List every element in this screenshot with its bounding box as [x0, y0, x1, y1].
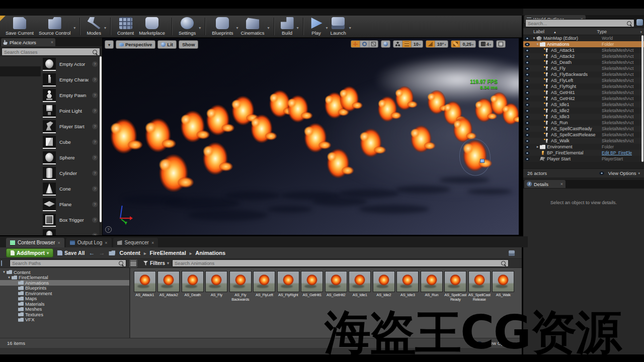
launch-button[interactable]: Launch — [328, 17, 349, 36]
visibility-eye-icon[interactable] — [525, 115, 530, 119]
chevron-down-icon[interactable]: ▾ — [297, 26, 299, 30]
category-tab[interactable] — [0, 86, 41, 97]
expand-caret-icon[interactable] — [7, 276, 11, 280]
help-icon[interactable] — [92, 93, 98, 98]
rotate-tool-button[interactable] — [360, 41, 369, 47]
outliner-row[interactable]: AS_FlyLeft SkeletalMeshAct — [523, 77, 644, 83]
visibility-eye-icon[interactable] — [525, 127, 530, 131]
placeable-actor-item[interactable] — [41, 228, 99, 235]
tree-folder-row[interactable]: Environment — [0, 291, 129, 296]
visibility-eye-icon[interactable] — [525, 103, 530, 107]
asset-tile[interactable]: AS_Idle1 — [348, 271, 372, 298]
outliner-row[interactable]: AS_FlyRight SkeletalMeshAct — [523, 83, 644, 89]
tree-folder-row[interactable]: Meshes — [0, 307, 129, 312]
visibility-eye-icon[interactable] — [525, 73, 530, 76]
placeable-actor-item[interactable]: Empty Pawn — [41, 87, 99, 103]
outliner-row[interactable]: AS_SpellCastReady SkeletalMeshAct — [523, 126, 644, 132]
visibility-eye-icon[interactable] — [525, 79, 530, 82]
asset-tile[interactable]: AS_FlyRight — [276, 271, 300, 298]
category-tab[interactable] — [0, 76, 41, 86]
asset-tile[interactable]: AS_Idle3 — [396, 271, 420, 298]
perspective-button[interactable]: Perspective — [116, 40, 155, 49]
outliner-row[interactable]: AS_FlyBackwards SkeletalMeshAct — [523, 71, 644, 77]
fire-elemental-actor[interactable] — [337, 85, 361, 115]
marketplace-button[interactable]: Marketplace — [136, 17, 168, 36]
add-import-button[interactable]: Add/Import — [6, 248, 53, 257]
fire-elemental-actor[interactable] — [460, 139, 490, 175]
grid-snap-toggle[interactable] — [403, 41, 412, 47]
placeable-actor-item[interactable]: Empty Charac — [41, 72, 99, 87]
maximize-viewport-button[interactable] — [497, 41, 505, 47]
outliner-row[interactable]: Animations Folder — [523, 41, 644, 47]
fire-elemental-actor[interactable] — [301, 122, 330, 156]
outliner-row[interactable]: AS_Attack2 SkeletalMeshAct — [523, 53, 644, 59]
visibility-eye-icon[interactable] — [525, 91, 530, 95]
expand-caret-icon[interactable] — [535, 145, 540, 149]
outliner-row[interactable]: AS_Fly SkeletalMeshAct — [523, 65, 644, 71]
help-icon[interactable] — [92, 202, 98, 207]
search-paths-input[interactable] — [10, 260, 118, 266]
move-tool-button[interactable] — [351, 41, 360, 47]
angle-snap-toggle[interactable] — [426, 41, 435, 47]
fire-elemental-actor[interactable] — [107, 118, 140, 158]
placeable-actor-item[interactable]: Cylinder — [41, 165, 99, 181]
viewport-options-button[interactable] — [105, 40, 114, 49]
fire-elemental-actor[interactable] — [500, 103, 519, 128]
asset-tile[interactable]: AS_Attack1 — [133, 271, 157, 298]
cinematics-button[interactable]: Cinematics — [238, 17, 267, 36]
asset-tile[interactable]: AS_GetHit1 — [300, 271, 325, 298]
fire-elemental-actor[interactable] — [408, 125, 434, 156]
outliner-column-headers[interactable]: Label Type — [523, 28, 644, 35]
camera-speed-button[interactable]: 4 — [479, 41, 493, 47]
help-icon[interactable] — [92, 108, 98, 114]
modes-button[interactable]: Modes — [84, 17, 104, 36]
outliner-row[interactable]: AS_Run SkeletalMeshAct — [523, 120, 644, 126]
scrollbar[interactable] — [641, 35, 643, 162]
fire-elemental-actor[interactable] — [200, 141, 231, 178]
fire-elemental-actor[interactable] — [324, 148, 352, 182]
asset-tile[interactable]: AS_Death — [181, 271, 205, 298]
chevron-down-icon[interactable]: ▾ — [73, 26, 75, 30]
category-tab[interactable] — [0, 56, 41, 66]
help-icon[interactable] — [92, 77, 98, 82]
placeable-actor-item[interactable]: Box Trigger — [41, 212, 99, 228]
tree-folder-row[interactable]: Materials — [0, 301, 129, 307]
placeable-actor-item[interactable]: Empty Actor — [41, 56, 99, 72]
asset-tile[interactable]: AS_Attack2 — [157, 271, 181, 298]
help-icon[interactable] — [92, 170, 98, 176]
asset-tile[interactable]: AS_Fly Backwards — [228, 271, 253, 302]
content-browser-tab[interactable]: Content Browser — [6, 238, 64, 247]
asset-tile[interactable]: AS_GetHit2 — [324, 271, 348, 298]
outliner-row[interactable]: AS_Attack1 SkeletalMeshAct — [523, 47, 644, 53]
scrollbar[interactable] — [100, 56, 102, 222]
build-button[interactable]: Build — [278, 17, 296, 36]
viewport-help-icon[interactable] — [105, 226, 112, 233]
help-icon[interactable] — [92, 139, 98, 145]
visibility-eye-icon[interactable] — [525, 121, 530, 125]
outliner-row[interactable]: Player Start PlayerStart — [523, 156, 644, 162]
asset-tile[interactable]: AS_FlyLeft — [253, 271, 277, 298]
tree-folder-row[interactable]: Animations — [0, 280, 129, 286]
tree-folder-row[interactable]: VFX — [0, 317, 129, 323]
lock-icon[interactable] — [509, 250, 515, 256]
level-viewport[interactable]: Perspective Lit Show 10 10° — [102, 38, 519, 235]
outliner-view-options-button[interactable]: View Options — [598, 170, 644, 176]
help-icon[interactable] — [92, 233, 98, 235]
visibility-eye-icon[interactable] — [525, 37, 530, 40]
visibility-eye-icon[interactable] — [525, 145, 530, 149]
help-icon[interactable] — [92, 217, 98, 223]
category-tab[interactable] — [0, 117, 41, 127]
close-icon[interactable] — [560, 182, 563, 187]
grid-snap-value[interactable]: 10 — [412, 41, 423, 47]
settings-button[interactable]: Settings — [176, 17, 198, 36]
tree-folder-row[interactable]: FireElemental — [0, 275, 129, 281]
chevron-down-icon[interactable]: ▾ — [199, 26, 201, 30]
visibility-eye-icon[interactable] — [525, 55, 530, 58]
chevron-down-icon[interactable]: ▾ — [349, 26, 351, 30]
placeable-actor-item[interactable]: Cube — [41, 134, 99, 150]
filters-button[interactable]: Filters — [143, 260, 169, 266]
help-icon[interactable] — [92, 61, 98, 67]
close-icon[interactable] — [105, 240, 107, 245]
list-view-icon[interactable] — [129, 259, 137, 267]
save-current-button[interactable]: Save Current — [3, 17, 36, 36]
